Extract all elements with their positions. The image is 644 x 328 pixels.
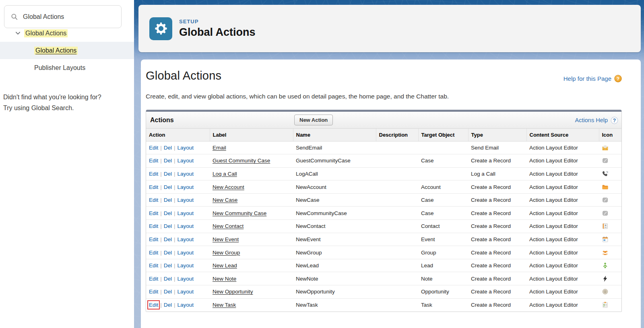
action-label-link[interactable]: New Note bbox=[213, 276, 236, 282]
edit-link[interactable]: Edit bbox=[149, 289, 158, 295]
del-link[interactable]: Del bbox=[164, 184, 172, 190]
table-row: Edit|Del|LayoutNew CaseNewCaseCaseCreate… bbox=[146, 193, 621, 207]
svg-text:?: ? bbox=[617, 76, 619, 81]
edit-link-highlighted[interactable]: Edit bbox=[149, 302, 158, 308]
description-cell bbox=[376, 272, 418, 285]
del-link[interactable]: Del bbox=[164, 197, 172, 203]
action-label-link[interactable]: New Lead bbox=[213, 262, 237, 269]
del-link[interactable]: Del bbox=[164, 158, 172, 164]
layout-link[interactable]: Layout bbox=[178, 197, 194, 203]
actions-help-label[interactable]: Actions Help bbox=[575, 117, 608, 123]
layout-link[interactable]: Layout bbox=[178, 184, 194, 190]
del-link[interactable]: Del bbox=[164, 236, 172, 242]
del-link[interactable]: Del bbox=[164, 262, 172, 269]
layout-link[interactable]: Layout bbox=[178, 158, 194, 164]
column-header-icon: Icon bbox=[599, 129, 621, 141]
folder-icon bbox=[602, 184, 609, 191]
layout-link[interactable]: Layout bbox=[178, 276, 194, 282]
link-separator: | bbox=[174, 197, 175, 203]
layout-link[interactable]: Layout bbox=[178, 302, 194, 308]
layout-link[interactable]: Layout bbox=[178, 171, 194, 177]
action-label-link[interactable]: New Event bbox=[213, 236, 239, 242]
link-separator: | bbox=[174, 289, 175, 295]
action-links-cell: Edit|Del|Layout bbox=[146, 141, 210, 154]
actions-table-body: Edit|Del|LayoutEmailSendEmailSend EmailA… bbox=[146, 141, 621, 312]
search-input-value[interactable]: Global Actions bbox=[23, 13, 64, 20]
del-link[interactable]: Del bbox=[164, 302, 172, 308]
help-question-icon[interactable]: ? bbox=[614, 75, 622, 82]
new-action-button[interactable]: New Action bbox=[294, 115, 333, 125]
action-label-link[interactable]: Email bbox=[213, 145, 226, 151]
type-cell: Create a Record bbox=[468, 233, 526, 246]
layout-link[interactable]: Layout bbox=[178, 145, 194, 151]
label-cell: New Contact bbox=[210, 220, 293, 233]
type-cell: Create a Record bbox=[468, 246, 526, 259]
action-label-link[interactable]: New Task bbox=[213, 302, 236, 308]
label-cell: New Lead bbox=[210, 259, 293, 272]
target-object-cell: Note bbox=[418, 272, 468, 285]
edit-link[interactable]: Edit bbox=[149, 184, 158, 190]
tree-label[interactable]: Publisher Layouts bbox=[34, 64, 85, 72]
edit-link[interactable]: Edit bbox=[149, 210, 158, 216]
column-header-description: Description bbox=[376, 129, 418, 141]
action-label-link[interactable]: New Account bbox=[213, 184, 244, 190]
name-cell: NewNote bbox=[293, 272, 376, 285]
del-link[interactable]: Del bbox=[164, 223, 172, 229]
setup-eyebrow: SETUP bbox=[179, 18, 256, 25]
task-icon bbox=[602, 301, 609, 308]
edit-link[interactable]: Edit bbox=[149, 276, 158, 282]
tree-label-highlighted[interactable]: Global Actions bbox=[24, 29, 68, 37]
action-label-link[interactable]: New Opportunity bbox=[213, 289, 253, 295]
edit-link[interactable]: Edit bbox=[149, 171, 158, 177]
type-cell: Create a Record bbox=[468, 259, 526, 272]
email-icon bbox=[602, 144, 609, 151]
del-link[interactable]: Del bbox=[164, 289, 172, 295]
layout-link[interactable]: Layout bbox=[178, 236, 194, 242]
layout-link[interactable]: Layout bbox=[178, 262, 194, 269]
table-row: Edit|Del|LayoutGuest Community CaseGuest… bbox=[146, 154, 621, 168]
help-for-this-page-link[interactable]: Help for this Page ? bbox=[564, 75, 622, 82]
edit-link[interactable]: Edit bbox=[149, 250, 158, 256]
tree-item-global-actions-selected[interactable]: Global Actions bbox=[0, 42, 134, 59]
action-label-link[interactable]: Guest Community Case bbox=[213, 158, 270, 164]
edit-link[interactable]: Edit bbox=[149, 236, 158, 242]
name-cell: NewAccount bbox=[293, 180, 376, 194]
opportunity-icon bbox=[602, 288, 609, 295]
name-cell: NewTask bbox=[293, 298, 376, 312]
layout-link[interactable]: Layout bbox=[178, 223, 194, 229]
layout-link[interactable]: Layout bbox=[178, 250, 194, 256]
del-link[interactable]: Del bbox=[164, 276, 172, 282]
icon-cell bbox=[599, 233, 621, 246]
edit-link[interactable]: Edit bbox=[149, 197, 158, 203]
action-label-link[interactable]: New Case bbox=[213, 197, 237, 203]
edit-link[interactable]: Edit bbox=[149, 223, 158, 229]
layout-link[interactable]: Layout bbox=[178, 289, 194, 295]
content-source-cell: Action Layout Editor bbox=[526, 298, 599, 312]
tree-label-selected[interactable]: Global Actions bbox=[34, 47, 78, 55]
del-link[interactable]: Del bbox=[164, 210, 172, 216]
del-link[interactable]: Del bbox=[164, 250, 172, 256]
edit-link[interactable]: Edit bbox=[149, 262, 158, 269]
del-link[interactable]: Del bbox=[164, 171, 172, 177]
action-label-link[interactable]: New Group bbox=[213, 250, 240, 256]
action-label-link[interactable]: New Community Case bbox=[213, 210, 266, 216]
description-cell bbox=[376, 285, 418, 299]
layout-link[interactable]: Layout bbox=[178, 210, 194, 216]
quick-find-search[interactable]: Global Actions bbox=[4, 5, 122, 28]
target-object-cell: Opportunity bbox=[418, 285, 468, 299]
action-label-link[interactable]: Log a Call bbox=[213, 171, 237, 177]
icon-cell bbox=[599, 167, 621, 180]
edit-link[interactable]: Edit bbox=[149, 145, 158, 151]
tree-item-publisher-layouts[interactable]: Publisher Layouts bbox=[0, 59, 134, 76]
actions-help-question-icon[interactable]: ? bbox=[611, 117, 618, 124]
footer-line-1: Didn't find what you're looking for? bbox=[3, 92, 131, 102]
action-links-cell: Edit|Del|Layout bbox=[146, 298, 210, 312]
del-link[interactable]: Del bbox=[164, 145, 172, 151]
action-label-link[interactable]: New Contact bbox=[213, 223, 244, 229]
description-cell bbox=[376, 220, 418, 233]
help-link-label[interactable]: Help for this Page bbox=[564, 75, 611, 82]
edit-link[interactable]: Edit bbox=[149, 158, 158, 164]
actions-help-link[interactable]: Actions Help ? bbox=[575, 112, 618, 129]
chevron-down-icon[interactable] bbox=[15, 30, 21, 36]
target-object-cell: Event bbox=[418, 233, 468, 246]
